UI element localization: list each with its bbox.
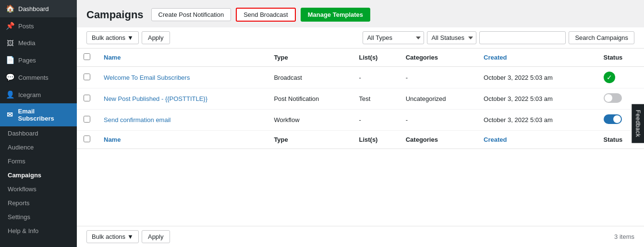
items-count: 3 items (614, 233, 634, 240)
row-checkbox[interactable] (84, 74, 90, 80)
row-type: Post Notification (267, 88, 352, 110)
toggle-knob (613, 115, 621, 123)
table-row: Welcome To Email SubscribersBroadcast--O… (77, 67, 644, 88)
feedback-tab[interactable]: Feedback (632, 104, 644, 143)
manage-templates-button[interactable]: Manage Templates (301, 8, 370, 22)
search-input[interactable] (479, 31, 566, 44)
dashboard-icon: 🏠 (6, 4, 14, 13)
col-header-created: Created (477, 49, 596, 67)
chevron-down-icon: ▼ (127, 34, 134, 41)
top-toolbar: Bulk actions ▼ Apply All Types Broadcast… (77, 27, 644, 49)
sidebar-item-settings[interactable]: Settings (0, 210, 77, 224)
main-content: Campaigns Create Post Notification Send … (77, 0, 644, 247)
sidebar-item-dashboard[interactable]: 🏠 Dashboard (0, 0, 77, 17)
footer-select-all-checkbox[interactable] (84, 136, 90, 142)
status-check-icon: ✓ (604, 72, 615, 83)
posts-icon: 📌 (6, 22, 14, 30)
sidebar-item-help[interactable]: Help & Info (0, 224, 77, 238)
sidebar-item-label: Posts (18, 23, 34, 30)
apply-button-top[interactable]: Apply (142, 31, 170, 44)
footer-col-type: Type (267, 131, 352, 149)
sidebar: 🏠 Dashboard 📌 Posts 🖼 Media 📄 Pages 💬 Co… (0, 0, 77, 247)
row-checkbox-cell[interactable] (77, 67, 97, 88)
sidebar-item-forms[interactable]: Forms (0, 154, 77, 168)
table-row: New Post Published - {{POSTTITLE}}Post N… (77, 88, 644, 110)
toggle-knob (605, 94, 612, 102)
sidebar-item-label: Icegram (18, 91, 41, 99)
sidebar-item-campaigns[interactable]: ◀ Campaigns (0, 168, 77, 182)
create-post-notification-button[interactable]: Create Post Notification (151, 8, 231, 21)
row-categories: Uncategorized (399, 88, 477, 110)
sidebar-item-media[interactable]: 🖼 Media (0, 35, 77, 51)
row-checkbox-cell[interactable] (77, 88, 97, 110)
pages-icon: 📄 (6, 56, 14, 64)
row-name: Send confirmation email (97, 110, 267, 131)
sidebar-item-label: Dashboard (18, 5, 49, 12)
chevron-down-icon-bottom: ▼ (127, 233, 134, 240)
toggle-on[interactable] (604, 114, 622, 124)
sidebar-item-label: Media (18, 39, 35, 47)
footer-col-lists: List(s) (352, 131, 399, 149)
row-created: October 3, 2022 5:03 am (477, 88, 596, 110)
col-header-categories: Categories (399, 49, 477, 67)
footer-col-categories: Categories (399, 131, 477, 149)
row-categories: - (399, 67, 477, 88)
sidebar-item-label: Pages (18, 57, 36, 64)
footer-select-all[interactable] (77, 131, 97, 149)
row-created: October 3, 2022 5:03 am (477, 110, 596, 131)
status-filter[interactable]: All Statuses Active Inactive (427, 31, 476, 44)
footer-col-name: Name (97, 131, 267, 149)
send-broadcast-button[interactable]: Send Broadcast (236, 8, 296, 22)
row-type: Broadcast (267, 67, 352, 88)
col-header-status: Status (597, 49, 644, 67)
email-icon: ✉ (6, 111, 14, 119)
sidebar-item-comments[interactable]: 💬 Comments (0, 69, 77, 86)
sidebar-item-es-dashboard[interactable]: Dashboard (0, 126, 77, 140)
row-created: October 3, 2022 5:03 am (477, 67, 596, 88)
row-checkbox[interactable] (84, 95, 90, 101)
sidebar-item-pages[interactable]: 📄 Pages (0, 51, 77, 69)
row-lists: - (352, 67, 399, 88)
bulk-actions-dropdown-bottom[interactable]: Bulk actions ▼ (86, 230, 139, 243)
row-categories: - (399, 110, 477, 131)
icegram-icon: 👤 (6, 90, 14, 99)
row-name: New Post Published - {{POSTTITLE}} (97, 88, 267, 110)
apply-button-bottom[interactable]: Apply (142, 230, 170, 243)
bulk-actions-dropdown[interactable]: Bulk actions ▼ (86, 31, 139, 44)
media-icon: 🖼 (6, 39, 14, 47)
type-filter[interactable]: All Types Broadcast Post Notification Wo… (363, 31, 424, 44)
row-name: Welcome To Email Subscribers (97, 67, 267, 88)
row-lists: - (352, 110, 399, 131)
campaigns-table-wrapper: Name Type List(s) Categories Created Sta… (77, 49, 644, 226)
page-title: Campaigns (86, 9, 144, 21)
sidebar-sub-menu: Dashboard Audience Forms ◀ Campaigns Wor… (0, 126, 77, 238)
comments-icon: 💬 (6, 73, 14, 82)
row-checkbox-cell[interactable] (77, 110, 97, 131)
col-header-name: Name (97, 49, 267, 67)
sidebar-item-posts[interactable]: 📌 Posts (0, 17, 77, 35)
toggle-off[interactable] (604, 93, 622, 103)
table-row: Send confirmation emailWorkflow--October… (77, 110, 644, 131)
sidebar-item-audience[interactable]: Audience (0, 140, 77, 154)
search-campaigns-button[interactable]: Search Campaigns (569, 31, 634, 44)
col-header-lists: List(s) (352, 49, 399, 67)
bottom-toolbar: Bulk actions ▼ Apply 3 items (77, 226, 644, 247)
select-all-checkbox[interactable] (84, 53, 90, 60)
sidebar-item-reports[interactable]: Reports (0, 196, 77, 210)
footer-col-created: Created (477, 131, 596, 149)
sidebar-item-icegram[interactable]: 👤 Icegram (0, 86, 77, 103)
campaigns-table: Name Type List(s) Categories Created Sta… (77, 49, 644, 149)
filter-controls: All Types Broadcast Post Notification Wo… (363, 31, 634, 44)
row-lists: Test (352, 88, 399, 110)
col-header-type: Type (267, 49, 352, 67)
email-subscribers-header[interactable]: ✉ Email Subscribers (0, 103, 77, 126)
page-header: Campaigns Create Post Notification Send … (77, 0, 644, 27)
row-status[interactable]: ✓ (597, 67, 644, 88)
sidebar-item-label: Comments (18, 74, 49, 81)
sidebar-item-workflows[interactable]: Workflows (0, 182, 77, 196)
select-all-header[interactable] (77, 49, 97, 67)
row-checkbox[interactable] (84, 116, 90, 123)
row-type: Workflow (267, 110, 352, 131)
email-subscribers-label: Email Subscribers (18, 108, 71, 122)
